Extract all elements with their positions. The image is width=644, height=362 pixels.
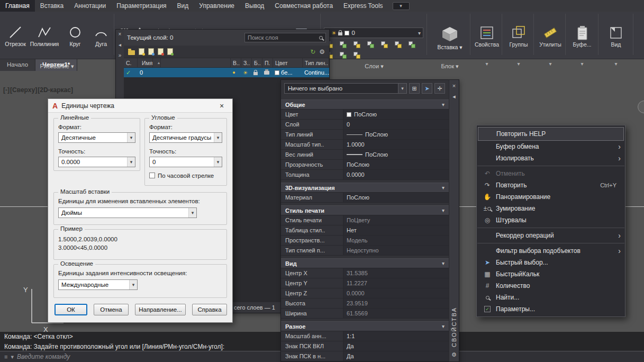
layer-tool-icon[interactable] bbox=[409, 41, 417, 49]
layer-tool-icon[interactable] bbox=[381, 41, 389, 49]
panel-utilities[interactable]: Утилиты ▾ bbox=[536, 24, 565, 69]
menu-item-options[interactable]: ✓Параметры... bbox=[477, 303, 625, 315]
layer-tool-icon[interactable] bbox=[353, 41, 362, 49]
insertion-units-select[interactable]: Дюймы ▾ bbox=[58, 207, 197, 218]
menu-item-clipboard[interactable]: Буфер обмена› bbox=[477, 141, 625, 152]
menu-item-steeringwheels[interactable]: ◎Штурвалы bbox=[477, 214, 625, 226]
viewport-style-control[interactable]: [2D-каркас] bbox=[38, 86, 73, 94]
column-freeze[interactable]: З.. bbox=[241, 58, 252, 67]
section-misc[interactable]: Разное▾ bbox=[281, 321, 449, 331]
new-group-filter-icon[interactable] bbox=[128, 50, 135, 55]
section-plot-style[interactable]: Стиль печати▾ bbox=[281, 205, 449, 215]
delete-layer-icon[interactable] bbox=[158, 48, 164, 55]
clockwise-checkbox[interactable] bbox=[149, 173, 155, 178]
block-panel-label[interactable]: Блок ▾ bbox=[430, 63, 470, 70]
pin-icon[interactable]: ◂ bbox=[452, 93, 456, 100]
menu-item-zoom[interactable]: ±Зумирование bbox=[477, 203, 625, 214]
menu-item-quickcalc[interactable]: ▦БыстрыйКальк bbox=[477, 268, 625, 280]
menu-item-quick-select[interactable]: ➤Быстрый выбор... bbox=[477, 257, 625, 268]
units-dialog-titlebar[interactable]: A Единицы чертежа × bbox=[48, 99, 232, 113]
layer-row-0[interactable]: ✓ 0 ● ☀ бе... Continu... bbox=[124, 68, 329, 77]
menu-item-action-recorder[interactable]: Рекордер операций› bbox=[477, 230, 625, 241]
new-layer-icon[interactable] bbox=[139, 48, 144, 55]
layer-combo[interactable]: ● ☀ 0 ▾ bbox=[324, 28, 423, 38]
panel-properties[interactable]: Свойства ▾ bbox=[472, 24, 502, 69]
column-linetype[interactable]: Тип лин.. bbox=[303, 58, 329, 67]
tab-parametrizaciya[interactable]: Параметризация bbox=[111, 0, 171, 12]
column-on[interactable]: В.. bbox=[231, 58, 241, 67]
ok-button[interactable]: ОК bbox=[55, 304, 87, 315]
column-status[interactable]: С. bbox=[124, 58, 138, 67]
recent-commands-icon[interactable]: ▾ bbox=[11, 354, 14, 360]
tab-vstavka[interactable]: Вставка bbox=[35, 0, 69, 12]
cancel-button[interactable]: Отмена bbox=[94, 304, 129, 315]
tab-express-tools[interactable]: Express Tools bbox=[338, 0, 388, 12]
tab-vyvod[interactable]: Вывод bbox=[240, 0, 269, 12]
layer-color-swatch[interactable] bbox=[275, 70, 279, 75]
layer-tool-icon[interactable] bbox=[367, 41, 376, 49]
direction-button[interactable]: Направление... bbox=[135, 304, 186, 315]
column-color[interactable]: Цвет bbox=[273, 58, 303, 67]
toggle-pickadd-button[interactable]: ⊞ bbox=[409, 83, 420, 94]
customize-icon[interactable]: ≡ bbox=[4, 354, 7, 360]
layer-plot-icon[interactable] bbox=[264, 71, 269, 75]
collapse-icon[interactable]: » bbox=[119, 52, 122, 58]
layer-on-icon[interactable]: ● bbox=[232, 70, 235, 75]
close-icon[interactable]: × bbox=[119, 31, 122, 37]
layer-tool-icon[interactable] bbox=[353, 52, 362, 59]
layer-linetype[interactable]: Continu... bbox=[302, 68, 329, 77]
section-3d-visualization[interactable]: 3D-визуализация▾ bbox=[281, 183, 449, 193]
selection-combo[interactable]: Ничего не выбрано ▾ bbox=[284, 83, 407, 94]
arc-tool-button[interactable]: Дуга bbox=[90, 25, 112, 47]
featured-apps-button[interactable]: ▾ bbox=[393, 2, 410, 10]
viewport-menu-control[interactable]: [-] bbox=[3, 86, 10, 94]
layer-freeze-icon[interactable]: ☀ bbox=[243, 70, 248, 76]
section-general[interactable]: Общие▾ bbox=[281, 99, 449, 110]
tab-vid[interactable]: Вид bbox=[172, 0, 194, 12]
gear-icon[interactable]: ⚙ bbox=[451, 351, 457, 358]
layer-search-input[interactable] bbox=[248, 34, 317, 41]
tab-glavnaya[interactable]: Главная bbox=[0, 0, 35, 12]
angular-format-select[interactable]: Десятичные градусы ▾ bbox=[149, 132, 222, 143]
linear-format-select[interactable]: Десятичные ▾ bbox=[58, 132, 135, 143]
line-tool-button[interactable]: Отрезок bbox=[3, 25, 28, 47]
navbar-edge[interactable] bbox=[638, 101, 644, 113]
menu-item-find[interactable]: Найти... bbox=[477, 292, 625, 303]
column-lock[interactable]: Б.. bbox=[252, 58, 262, 67]
menu-item-isolate[interactable]: Изолировать› bbox=[477, 152, 625, 164]
menu-item-repeat-help[interactable]: Повторить HELP bbox=[478, 127, 624, 141]
select-objects-button[interactable]: ✛ bbox=[434, 83, 445, 94]
layer-lock-icon[interactable] bbox=[253, 72, 258, 75]
layer-tool-icon[interactable] bbox=[340, 41, 348, 49]
menu-item-subobject-filter[interactable]: Фильтр выбора подобъектов› bbox=[477, 245, 625, 257]
help-button[interactable]: Справка bbox=[192, 304, 227, 315]
viewport-view-control[interactable]: [Сверху] bbox=[10, 86, 37, 94]
tab-sovmestnaya-rabota[interactable]: Совместная работа bbox=[269, 0, 338, 12]
column-plot[interactable]: П. bbox=[262, 58, 273, 67]
circle-tool-button[interactable]: Круг bbox=[64, 25, 87, 47]
menu-item-redo[interactable]: ↷ПовторитьCtrl+Y bbox=[477, 179, 625, 191]
lighting-units-select[interactable]: Международные ▾ bbox=[58, 279, 138, 290]
panel-clipboard[interactable]: Буфе... ▾ bbox=[567, 24, 597, 69]
refresh-icon[interactable]: ↻ bbox=[310, 48, 315, 56]
new-frozen-layer-icon[interactable] bbox=[148, 48, 154, 55]
gear-icon[interactable]: ⚙ bbox=[319, 48, 325, 56]
section-view[interactable]: Вид▾ bbox=[281, 258, 449, 268]
pin-icon[interactable]: ◂ bbox=[119, 42, 121, 48]
panel-groups[interactable]: Группы ▾ bbox=[504, 24, 533, 69]
layer-tool-icon[interactable] bbox=[340, 52, 348, 59]
linear-precision-select[interactable]: 0.0000 ▾ bbox=[58, 157, 135, 167]
close-icon[interactable]: × bbox=[215, 102, 228, 110]
insert-block-button[interactable]: Вставка ▾ bbox=[430, 25, 470, 50]
draw-panel-label[interactable]: Рисование ▾ bbox=[0, 63, 114, 70]
menu-item-pan[interactable]: ✋Панорамирование bbox=[477, 191, 625, 203]
set-current-layer-icon[interactable] bbox=[167, 48, 173, 55]
tab-annotacii[interactable]: Аннотации bbox=[69, 0, 111, 12]
layer-tool-icon[interactable] bbox=[395, 41, 403, 49]
menu-item-count[interactable]: #Количество bbox=[477, 280, 625, 292]
layers-panel-label[interactable]: Слои ▾ bbox=[324, 63, 424, 70]
column-name[interactable]: Имя ▲ bbox=[138, 58, 231, 67]
close-icon[interactable]: × bbox=[452, 83, 456, 89]
quick-select-button[interactable]: ➤ bbox=[422, 83, 432, 94]
polyline-tool-button[interactable]: Полилиния bbox=[29, 25, 60, 47]
